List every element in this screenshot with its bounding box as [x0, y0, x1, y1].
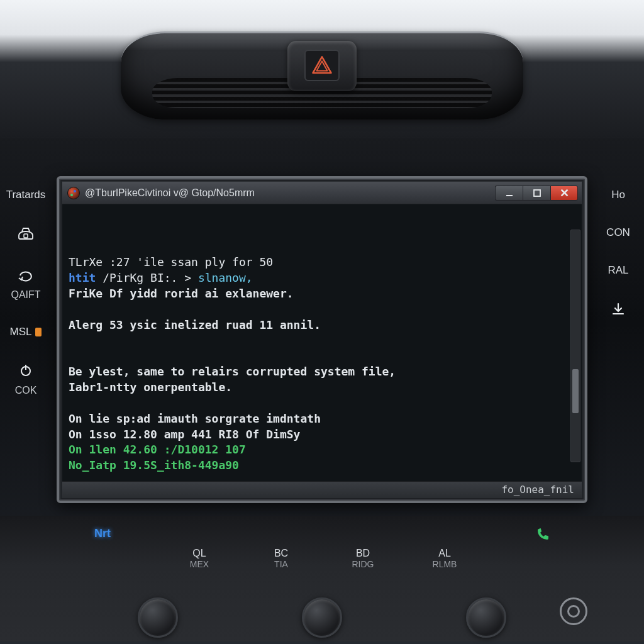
bezel-btn-cok[interactable]: COK — [4, 364, 48, 396]
terminal-line: FriKe Df yidd rorid ai exlanewer. — [69, 286, 575, 302]
bezel-label: CON — [606, 226, 630, 239]
dash-button-line2: MEX — [177, 559, 221, 570]
lower-dash-panel: Nrt QLMEXBCTIABDRIDGALRLMB — [0, 516, 644, 641]
terminal-window: @TburlPikeCivtinoi v@ Gtop/No5mrm ✕ TLrX… — [62, 181, 582, 498]
bezel-label: MSL — [10, 326, 32, 338]
dash-button[interactable]: BCTIA — [259, 547, 303, 570]
dash-button-line1: BD — [341, 547, 385, 559]
minimize-button[interactable] — [495, 186, 523, 201]
air-vent — [121, 31, 523, 119]
bezel-btn-msl[interactable]: MSL — [4, 326, 48, 338]
aux-dial-icon[interactable] — [560, 597, 587, 625]
maximize-icon — [533, 189, 541, 197]
power-icon — [19, 364, 33, 381]
terminal-line: Alerg 53 ysic inelized ruad 11 annil. — [69, 318, 575, 333]
accent-indicator-icon — [35, 328, 42, 336]
status-text: fo_Onea_fnil — [501, 484, 574, 496]
bezel-label: COK — [15, 385, 37, 396]
bezel-btn-download[interactable] — [596, 302, 640, 321]
window-controls: ✕ — [495, 186, 578, 201]
dash-button-line1: AL — [423, 547, 467, 559]
terminal-line: On lie sp:ad imauth sorgrate imdntath — [69, 411, 575, 427]
maximize-button[interactable] — [523, 186, 550, 201]
bezel-right-column: Ho CON RAL — [587, 189, 644, 346]
terminal-line — [69, 396, 575, 411]
hazard-triangle-icon — [311, 55, 333, 76]
window-title: @TburlPikeCivtinoi v@ Gtop/No5mrm — [85, 187, 490, 199]
terminal-line — [69, 348, 575, 364]
dash-button[interactable]: ALRLMB — [423, 547, 467, 570]
dash-button-line1: BC — [259, 547, 303, 559]
bezel-label: Tratards — [6, 189, 46, 201]
scrollbar-thumb[interactable] — [572, 369, 579, 413]
bezel-btn-ral[interactable]: RAL — [596, 264, 640, 277]
car-lock-icon — [17, 226, 35, 244]
dash-button[interactable]: QLMEX — [177, 547, 221, 570]
close-icon: ✕ — [560, 186, 569, 200]
loop-icon — [18, 269, 34, 286]
bezel-btn-con[interactable]: CON — [596, 226, 640, 239]
terminal-line: On 1sso 12.80 amp 441 RI8 Of DimSy — [69, 427, 575, 443]
led-indicator-left: Nrt — [94, 527, 111, 544]
terminal-line: Iabr1-ntty onerpentable. — [69, 380, 575, 396]
hazard-housing — [287, 41, 357, 91]
close-button[interactable]: ✕ — [550, 186, 578, 201]
dash-button-line2: RIDG — [341, 559, 385, 570]
svg-rect-0 — [24, 234, 28, 238]
infotainment-screen: @TburlPikeCivtinoi v@ Gtop/No5mrm ✕ TLrX… — [57, 176, 587, 503]
hazard-button[interactable] — [304, 50, 340, 81]
bezel-label: RAL — [608, 264, 628, 277]
svg-rect-4 — [534, 190, 540, 196]
bezel-btn-tratards[interactable]: Tratards — [4, 189, 48, 201]
terminal-line: TLrXe :27 'ile ssan ply for 50 — [69, 255, 575, 270]
dash-button-line1: QL — [177, 547, 221, 559]
terminal-line — [69, 474, 575, 481]
lower-button-row: QLMEXBCTIABDRIDGALRLMB — [177, 547, 467, 570]
window-statusbar: fo_Onea_fnil — [62, 481, 582, 497]
terminal-line: On 1len 42.60 :/D10012 107 — [69, 442, 575, 458]
bezel-label: Ho — [611, 189, 625, 201]
rotary-knob-center[interactable] — [302, 597, 342, 638]
download-icon — [611, 302, 626, 321]
terminal-output[interactable]: TLrXe :27 'ile ssan ply for 50htit /PirK… — [62, 204, 582, 481]
rotary-knob-right[interactable] — [466, 597, 506, 638]
bezel-btn-carlock[interactable] — [4, 226, 48, 244]
minimize-icon — [505, 189, 514, 197]
terminal-line: No_Iatp 19.5S_ith8-449a90 — [69, 458, 575, 474]
dash-button-line2: RLMB — [423, 559, 467, 570]
terminal-line: Be ylest, same to relairs corrupted syst… — [69, 364, 575, 380]
app-icon — [67, 187, 80, 199]
svg-rect-3 — [506, 195, 513, 196]
bezel-btn-qaift[interactable]: QAIFT — [4, 269, 48, 301]
terminal-line: htit /PirKg BI:. > slnanow, — [69, 270, 575, 286]
dash-button-line2: TIA — [259, 559, 303, 570]
dash-button[interactable]: BDRIDG — [341, 547, 385, 570]
terminal-line — [69, 302, 575, 318]
rotary-knob-left[interactable] — [138, 597, 178, 638]
phone-led-icon — [536, 527, 550, 544]
bezel-left-column: Tratards QAIFT MSL COK — [0, 189, 57, 396]
bezel-label: QAIFT — [11, 289, 40, 301]
window-titlebar[interactable]: @TburlPikeCivtinoi v@ Gtop/No5mrm ✕ — [62, 182, 582, 204]
scrollbar[interactable] — [570, 230, 580, 462]
terminal-line — [69, 333, 575, 349]
dashboard-top-panel — [0, 0, 644, 138]
bezel-btn-ho[interactable]: Ho — [596, 189, 640, 201]
